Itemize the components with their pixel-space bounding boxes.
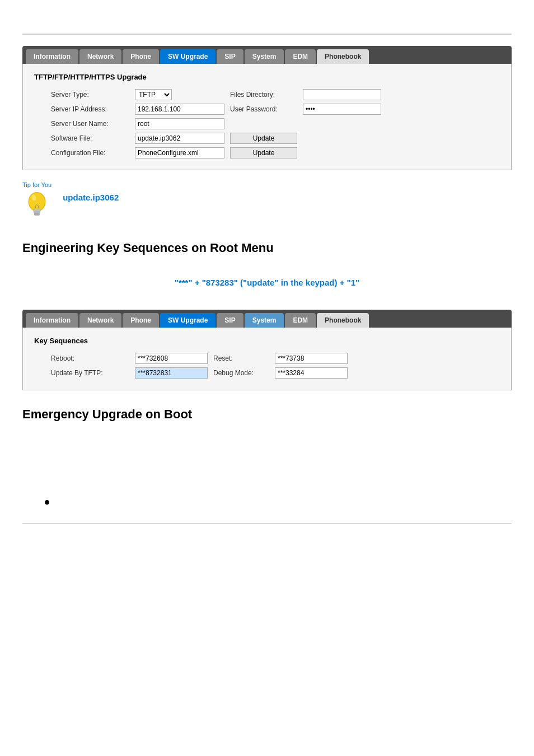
software-file-input[interactable] [135,133,224,144]
tab-phone-1[interactable]: Phone [123,49,159,64]
update-software-button[interactable]: Update [230,133,297,144]
server-user-label: Server User Name: [51,120,129,128]
reset-input[interactable] [275,353,348,364]
bullet-point [45,500,49,505]
tab-edm-2[interactable]: EDM [285,313,316,328]
svg-rect-2 [34,209,41,211]
tab-information-2[interactable]: Information [26,313,78,328]
tab-system-2[interactable]: System [245,313,284,328]
tab-bar-1: Information Network Phone SW Upgrade SIP… [22,46,512,64]
tab-phonebook-2[interactable]: Phonebook [317,313,369,328]
tab-phone-2[interactable]: Phone [123,313,159,328]
bulb-icon [23,190,51,224]
section-1-heading: Engineering Key Sequences on Root Menu [22,241,512,255]
panel-1: Information Network Phone SW Upgrade SIP… [22,46,512,170]
config-file-input[interactable] [135,147,224,158]
tab-sip-1[interactable]: SIP [217,49,243,64]
files-dir-label: Files Directory: [230,91,297,99]
tab-network-1[interactable]: Network [79,49,121,64]
debug-mode-label: Debug Mode: [213,369,269,377]
tip-content: update.ip3062 [63,181,119,202]
reset-label: Reset: [213,354,269,362]
tab-system-1[interactable]: System [245,49,284,64]
tab-phonebook-1[interactable]: Phonebook [317,49,369,64]
server-user-input[interactable] [135,118,224,129]
panel-2: Information Network Phone SW Upgrade SIP… [22,310,512,390]
update-tftp-label: Update By TFTP: [51,369,129,377]
panel-1-body: TFTP/FTP/HTTP/HTTPS Upgrade Server Type:… [22,64,512,170]
tab-edm-1[interactable]: EDM [285,49,316,64]
server-type-label: Server Type: [51,91,129,99]
top-rule [22,34,512,35]
update-config-button[interactable]: Update [230,147,297,158]
user-password-label: User Password: [230,105,297,113]
tab-bar-2: Information Network Phone SW Upgrade SIP… [22,310,512,328]
server-ip-input[interactable] [135,104,224,115]
svg-rect-3 [34,211,40,213]
tab-sw-upgrade-2[interactable]: SW Upgrade [160,313,216,328]
tip-bulb: Tip for You [22,181,51,224]
tip-section: Tip for You update.ip3062 [22,181,512,224]
svg-rect-4 [34,213,39,216]
config-file-label: Configuration File: [51,149,129,157]
spacer [22,433,512,500]
panel-2-title: Key Sequences [34,337,500,345]
bottom-rule [22,523,512,524]
tip-highlight: update.ip3062 [63,193,119,202]
content-area: Information Network Phone SW Upgrade SIP… [0,46,534,512]
svg-point-0 [29,193,45,211]
server-ip-label: Server IP Address: [51,105,129,113]
tab-network-2[interactable]: Network [79,313,121,328]
tip-label: Tip for You [22,181,51,188]
files-dir-input[interactable] [303,89,381,100]
tab-sw-upgrade-1[interactable]: SW Upgrade [160,49,216,64]
debug-mode-input[interactable] [275,367,348,379]
reboot-label: Reboot: [51,354,129,362]
software-file-label: Software File: [51,134,129,142]
key-sequence-text: "***" + "873283" ("update" in the keypad… [22,278,512,287]
user-password-input[interactable] [303,104,381,115]
panel-2-body: Key Sequences Reboot: Reset: Update By T… [22,328,512,390]
reboot-input[interactable] [135,353,208,364]
server-type-select[interactable]: TFTP FTP HTTP HTTPS [135,89,172,100]
tab-information-1[interactable]: Information [26,49,78,64]
section-2-heading: Emergency Upgrade on Boot [22,407,512,422]
panel-1-title: TFTP/FTP/HTTP/HTTPS Upgrade [34,73,500,81]
tab-sip-2[interactable]: SIP [217,313,243,328]
update-tftp-input[interactable] [135,367,208,379]
